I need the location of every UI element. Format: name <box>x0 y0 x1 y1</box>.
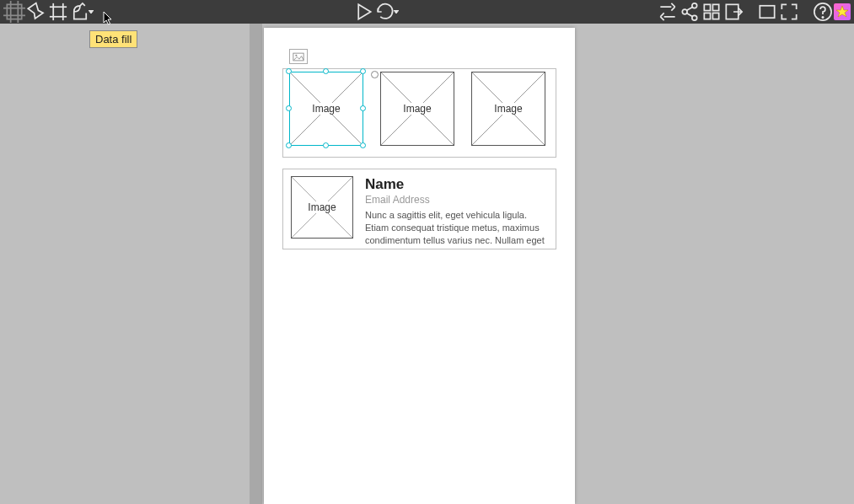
selection-handle[interactable] <box>286 105 292 111</box>
image-type-chip[interactable] <box>289 49 308 64</box>
toolbar-center-group <box>352 1 400 23</box>
share-icon[interactable] <box>679 1 701 23</box>
grid-view-icon[interactable] <box>701 1 722 23</box>
placeholder-label: Image <box>492 103 524 115</box>
svg-rect-15 <box>712 4 718 10</box>
profile-body: Nunc a sagittis elit, eget vehicula ligu… <box>365 209 551 247</box>
play-icon[interactable] <box>352 1 374 23</box>
profile-name: Name <box>365 176 551 193</box>
profile-text-block[interactable]: Name Email Address Nunc a sagittis elit,… <box>365 176 551 247</box>
avatar-placeholder[interactable]: Image <box>291 176 353 239</box>
frame-tool-icon[interactable] <box>3 1 25 23</box>
pin-icon[interactable] <box>25 1 47 23</box>
placeholder-label: Image <box>401 103 432 115</box>
svg-point-21 <box>822 17 823 18</box>
export-icon[interactable] <box>722 1 744 23</box>
toolbar-left-group <box>3 1 94 23</box>
selection-handle[interactable] <box>360 68 366 74</box>
data-fill-dropdown-caret[interactable] <box>88 10 94 13</box>
profile-email: Email Address <box>365 194 551 206</box>
selection-handle[interactable] <box>323 142 329 148</box>
refresh-dropdown-caret[interactable] <box>393 10 400 13</box>
toolbar-right-group <box>657 1 851 23</box>
artboard[interactable]: Image Image Image Image Name Email Addre… <box>264 28 575 504</box>
svg-line-13 <box>686 13 692 16</box>
ruler-rail <box>250 24 262 504</box>
svg-point-23 <box>295 54 297 56</box>
selection-handle[interactable] <box>360 142 366 148</box>
svg-line-12 <box>686 7 692 10</box>
grid-icon[interactable] <box>47 1 69 23</box>
selection-handle[interactable] <box>360 105 366 111</box>
placeholder-label: Image <box>310 103 341 115</box>
image-placeholder-1[interactable]: Image <box>289 72 363 146</box>
image-placeholder-2[interactable]: Image <box>380 72 454 146</box>
align-icon[interactable] <box>657 1 679 23</box>
selection-handle[interactable] <box>323 68 329 74</box>
tooltip-datafill: Data fill <box>89 30 137 48</box>
svg-rect-14 <box>704 4 710 10</box>
placeholder-label: Image <box>306 201 337 213</box>
fit-screen-icon[interactable] <box>756 1 778 23</box>
svg-rect-17 <box>712 13 718 19</box>
fullscreen-icon[interactable] <box>778 1 800 23</box>
top-toolbar <box>0 0 854 24</box>
svg-rect-19 <box>760 6 774 18</box>
svg-rect-16 <box>704 13 710 19</box>
svg-rect-0 <box>7 4 21 19</box>
rotate-handle[interactable] <box>371 71 379 78</box>
image-placeholder-3[interactable]: Image <box>471 72 545 146</box>
selection-handle[interactable] <box>286 68 292 74</box>
sparkle-icon[interactable] <box>834 3 851 20</box>
selection-handle[interactable] <box>286 142 292 148</box>
help-icon[interactable] <box>812 1 834 23</box>
